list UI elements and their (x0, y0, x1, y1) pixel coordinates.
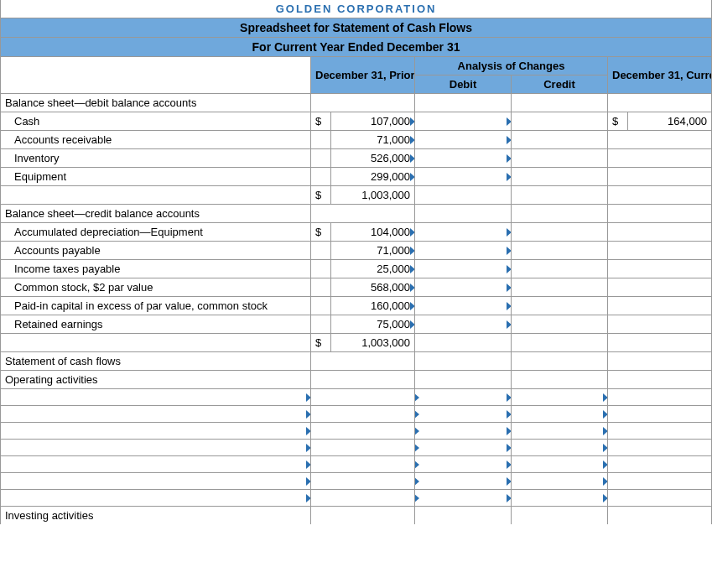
cell-cs-debit[interactable] (415, 278, 512, 297)
cell-credit-total-prior[interactable]: 1,003,000 (331, 334, 415, 352)
label-itp: Income taxes payable (1, 260, 311, 278)
section-debit-balance: Balance sheet—debit balance accounts (1, 94, 712, 112)
title-row-1: Spreadsheet for Statement of Cash Flows (1, 18, 712, 38)
cell-inv-credit[interactable] (512, 149, 608, 168)
row-op-5 (1, 456, 712, 473)
label-ap: Accounts payable (1, 242, 311, 260)
cell-itp-debit[interactable] (415, 260, 512, 278)
row-credit-total: $ 1,003,000 (1, 334, 712, 352)
cell-cash-debit[interactable] (415, 112, 512, 131)
row-adep: Accumulated depreciation—Equipment $ 104… (1, 223, 712, 242)
cell-re-prior[interactable]: 75,000 (331, 315, 415, 334)
label-cs: Common stock, $2 par value (1, 278, 311, 297)
cell-ar-current[interactable] (608, 131, 712, 149)
cell-debit-total-credit[interactable] (512, 186, 608, 205)
row-op-2 (1, 406, 712, 423)
cell-re-debit[interactable] (415, 315, 512, 334)
cell-op7-credit[interactable] (512, 490, 608, 507)
cell-pic-credit[interactable] (512, 297, 608, 315)
cell-op6-label[interactable] (1, 473, 311, 490)
cell-op3-label[interactable] (1, 423, 311, 440)
section-credit-balance: Balance sheet—credit balance accounts (1, 205, 712, 223)
row-op-4 (1, 440, 712, 456)
cell-op7-label[interactable] (1, 490, 311, 507)
cell-cs-current[interactable] (608, 278, 712, 297)
cell-credit-total-current[interactable] (608, 334, 712, 352)
label-equipment: Equipment (1, 168, 311, 186)
cell-ap-current[interactable] (608, 242, 712, 260)
cell-inv-current[interactable] (608, 149, 712, 168)
row-op-7 (1, 490, 712, 507)
cell-adep-credit[interactable] (512, 223, 608, 242)
cell-op1-credit[interactable] (512, 389, 608, 406)
label-ar: Accounts receivable (1, 131, 311, 149)
cell-op5-credit[interactable] (512, 456, 608, 473)
label-cash: Cash (1, 112, 311, 131)
cell-ar-prior[interactable]: 71,000 (331, 131, 415, 149)
cell-op2-credit[interactable] (512, 406, 608, 423)
cell-itp-credit[interactable] (512, 260, 608, 278)
cell-op7-debit[interactable] (415, 490, 512, 507)
cell-op2-debit[interactable] (415, 406, 512, 423)
label-adep: Accumulated depreciation—Equipment (1, 223, 311, 242)
row-debit-total: $ 1,003,000 (1, 186, 712, 205)
cell-debit-total-current[interactable] (608, 186, 712, 205)
cell-adep-debit[interactable] (415, 223, 512, 242)
cell-cash-current[interactable]: 164,000 (628, 112, 712, 131)
cell-op3-debit[interactable] (415, 423, 512, 440)
cell-debit-total-debit[interactable] (415, 186, 512, 205)
col-credit: Credit (512, 75, 608, 94)
cell-credit-total-debit[interactable] (415, 334, 512, 352)
cell-cash-prior[interactable]: 107,000 (331, 112, 415, 131)
cell-op4-credit[interactable] (512, 440, 608, 456)
cell-ar-debit[interactable] (415, 131, 512, 149)
section-operating: Operating activities (1, 371, 712, 389)
title-row-2: For Current Year Ended December 31 (1, 38, 712, 57)
cell-cash-credit[interactable] (512, 112, 608, 131)
cell-pic-prior[interactable]: 160,000 (331, 297, 415, 315)
col-current-year: December 31, Current Year (608, 57, 712, 94)
cell-ap-debit[interactable] (415, 242, 512, 260)
cell-debit-total-prior[interactable]: 1,003,000 (331, 186, 415, 205)
cell-ar-credit[interactable] (512, 131, 608, 149)
cell-op4-debit[interactable] (415, 440, 512, 456)
cell-op6-debit[interactable] (415, 473, 512, 490)
row-pic: Paid-in capital in excess of par value, … (1, 297, 712, 315)
cell-inv-prior[interactable]: 526,000 (331, 149, 415, 168)
cell-re-credit[interactable] (512, 315, 608, 334)
cell-pic-current[interactable] (608, 297, 712, 315)
cell-op1-label[interactable] (1, 389, 311, 406)
cell-op4-label[interactable] (1, 440, 311, 456)
col-analysis-header: Analysis of Changes (415, 57, 608, 75)
cell-op5-debit[interactable] (415, 456, 512, 473)
cell-itp-prior[interactable]: 25,000 (331, 260, 415, 278)
cell-op2-label[interactable] (1, 406, 311, 423)
cell-equip-debit[interactable] (415, 168, 512, 186)
row-cash: Cash $ 107,000 $ 164,000 (1, 112, 712, 131)
cell-pic-debit[interactable] (415, 297, 512, 315)
cell-op5-label[interactable] (1, 456, 311, 473)
cell-re-current[interactable] (608, 315, 712, 334)
label-inventory: Inventory (1, 149, 311, 168)
cell-op3-credit[interactable] (512, 423, 608, 440)
cell-inv-debit[interactable] (415, 149, 512, 168)
cell-op1-debit[interactable] (415, 389, 512, 406)
section-scf: Statement of cash flows (1, 352, 712, 371)
cell-equip-credit[interactable] (512, 168, 608, 186)
cell-credit-total-credit[interactable] (512, 334, 608, 352)
cell-cs-credit[interactable] (512, 278, 608, 297)
cell-op6-credit[interactable] (512, 473, 608, 490)
cutoff-company-name: GOLDEN CORPORATION (1, 0, 712, 18)
cell-adep-prior[interactable]: 104,000 (331, 223, 415, 242)
cell-equip-prior[interactable]: 299,000 (331, 168, 415, 186)
cell-cs-prior[interactable]: 568,000 (331, 278, 415, 297)
cell-ap-prior[interactable]: 71,000 (331, 242, 415, 260)
cell-itp-current[interactable] (608, 260, 712, 278)
row-inventory: Inventory 526,000 (1, 149, 712, 168)
cell-equip-current[interactable] (608, 168, 712, 186)
row-cs: Common stock, $2 par value 568,000 (1, 278, 712, 297)
label-re: Retained earnings (1, 315, 311, 334)
row-op-6 (1, 473, 712, 490)
cell-adep-current[interactable] (608, 223, 712, 242)
cell-ap-credit[interactable] (512, 242, 608, 260)
